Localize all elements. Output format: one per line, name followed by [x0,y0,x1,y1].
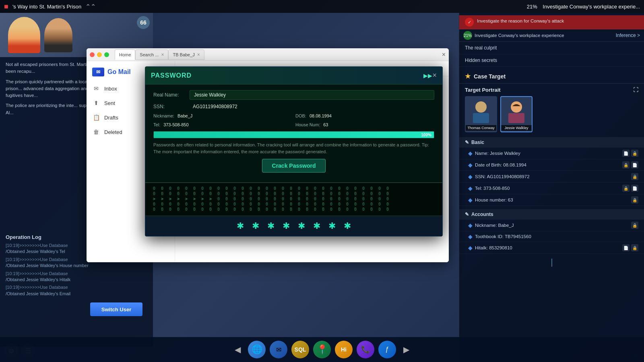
top-bar-mission-text: Investigate Conway's workplace experie..… [543,4,640,10]
gomail-close-btn[interactable] [90,52,95,57]
accounts-section: ✎ Accounts ◆ Nickname: Babe_J 🔒 ◆ Toothb… [459,208,644,255]
taskbar-db-btn[interactable]: SQL [291,341,309,358]
game-logo: ■ [4,2,8,11]
mc-18: 0 [288,186,294,191]
info-icons-hitalk: 📄 🔒 [622,244,638,251]
right-panel: ✓ Investigate the reason for Conway's at… [459,13,644,362]
log-time-1: [10:19]>>>>>>>>Use Database [6,243,68,248]
log-text-1: /Obtained Jessie Walkley's Tel [6,249,65,254]
gomail-tab-search-label: Search ... [140,52,159,57]
portrait-title-text: Target Portrait [465,87,501,93]
svg-rect-1 [473,113,489,123]
mc-20: 0 [304,186,310,191]
info-label-house: House number: 63 [475,197,629,202]
gomail-tab-babe-close[interactable]: × [197,52,200,58]
pwd-tel-value: 373-508-850 [163,122,188,127]
mc-14: 0 [256,186,262,191]
mc-17: 0 [280,186,286,191]
pwd-tel-house-row: Tel: 373-508-850 House Num: 63 [153,122,434,127]
portrait-name-jessie: Jessie Walkley [501,125,532,131]
mc-9: 0 [215,186,222,191]
info-icons-name: 📄 🔒 [622,150,638,157]
crack-password-button[interactable]: Crack Password [262,159,326,173]
info-label-nickname: Nickname: Babe_J [475,223,629,228]
pwd-tel-label: Tel: [153,122,160,127]
gomail-inbox-icon: ✉ [92,84,100,93]
portrait-expand-icon[interactable]: ⛶ [633,87,638,93]
info-label-ssn: SSN: AG10119940808972 [475,174,629,179]
mc-7: 0 [199,186,206,191]
gomail-window-close[interactable]: × [442,51,446,58]
pwd-star-4: ✱ [283,221,290,231]
star-icon: ★ [465,72,471,80]
real-culprit-text: The real culprit [465,45,497,51]
mc-6: 0 [191,186,198,191]
pwd-ssn-label: SSN: [153,104,190,109]
taskbar-next-arrow[interactable]: ▶ [400,345,413,354]
pwd-arrows-icon: ▶▶ [423,72,432,79]
info-icon-lock-hitalk[interactable]: 🔒 [631,244,638,251]
taskbar-pin-btn[interactable]: 📍 [313,341,331,358]
info-label-toothbook: Toothbook ID: TB79451560 [475,234,638,239]
info-icon-lock-nick[interactable]: 🔒 [631,222,638,229]
info-icon-doc-hitalk[interactable]: 📄 [622,244,630,251]
basic-info-title: ✎ Basic [459,137,644,148]
pwd-progress-text: 100% [421,133,431,137]
portrait-img-jessie [500,97,533,125]
matrix-row-1: 0 0 0 0 0 0 0 0 0 0 0 0 0 0 0 0 0 0 0 0 … [151,186,437,191]
pwd-nick-label: Nickname: [153,113,174,118]
switch-user-button[interactable]: Switch User [90,302,142,316]
taskbar-mail-btn[interactable]: ✉ [270,341,287,358]
info-icon-lock-tel[interactable]: 🔒 [622,185,630,192]
gomail-tabs: Home Search ... × TB Babe_J × [115,49,440,60]
pwd-star-8: ✱ [344,221,351,231]
info-icon-lock[interactable]: 🔒 [631,150,638,157]
taskbar-globe-btn[interactable]: 🌐 [248,341,266,358]
taskbar-prev-arrow[interactable]: ◀ [231,345,244,354]
info-icon-lock-dob[interactable]: 🔒 [622,161,630,169]
top-bar-expand-icon[interactable]: ⌃⌃ [85,3,96,10]
mc-24: 0 [336,186,343,191]
pwd-name-row: Real Name: Jessie Walkley [153,90,434,100]
matrix-row-5: 000000000000000000000000000000 [151,207,437,212]
mc-1: 0 [151,186,157,191]
pwd-ssn-value: AG10119940808972 [193,104,237,109]
taskbar-phone-btn[interactable]: 📞 [357,341,374,358]
basic-info-section: ✎ Basic ◆ Name: Jessie Walkley 📄 🔒 ◆ Dat… [459,136,644,208]
gomail-tab-babe-label: TB Babe_J [173,52,194,57]
mission-item-1: ✓ Investigate the reason for Conway's at… [459,15,644,29]
pwd-close-button[interactable]: × [432,71,437,80]
info-icons-house: 🔒 [631,196,638,204]
bullet-1: ◆ [468,150,473,156]
info-icon-lock-ssn[interactable]: 🔒 [631,173,638,180]
gomail-tab-search-close[interactable]: × [161,52,164,58]
log-text-3: /Obtained Jessie Walkley's Hitalk [6,277,70,282]
pwd-star-1: ✱ [237,221,244,231]
info-icon-lock-house[interactable]: 🔒 [631,196,638,204]
info-icon-doc-tel[interactable]: 📄 [631,185,638,192]
gomail-tab-search[interactable]: Search ... × [135,49,168,60]
gomail-tab-home[interactable]: Home [115,49,135,60]
portrait-row: Thomas Conway Jessie Walkley [465,96,638,132]
info-icon-doc-dob[interactable]: 📄 [631,161,638,169]
info-row-nickname: ◆ Nickname: Babe_J 🔒 [459,220,644,231]
portrait-card-conway[interactable]: Thomas Conway [465,96,497,132]
info-row-tel: ◆ Tel: 373-508-850 🔒 📄 [459,183,644,194]
pwd-star-5: ✱ [298,221,305,231]
portrait-card-jessie[interactable]: Jessie Walkley [500,96,533,132]
gomail-tab-babe[interactable]: TB Babe_J × [168,49,204,60]
gomail-max-btn[interactable] [104,52,109,57]
bullet-7: ◆ [468,233,473,240]
matrix-row-2: 000000000000000000000000000000 [151,191,437,196]
pwd-name-label: Real Name: [153,92,190,98]
taskbar-hi-btn[interactable]: Hi [335,341,353,358]
target-portrait-section: Target Portrait ⛶ Thomas Conway [459,84,644,136]
basic-title-text: Basic [471,140,484,145]
taskbar-hook-btn[interactable]: ƒ [378,341,396,358]
inference-button[interactable]: Inference > [616,33,640,38]
pwd-house-label: House Num: [295,122,320,127]
gomail-min-btn[interactable] [97,52,102,57]
info-icon-doc[interactable]: 📄 [622,150,630,157]
matrix-row-3: >>>>>>>>0000000000000000000000 [151,197,437,201]
mc-22: 0 [320,186,326,191]
